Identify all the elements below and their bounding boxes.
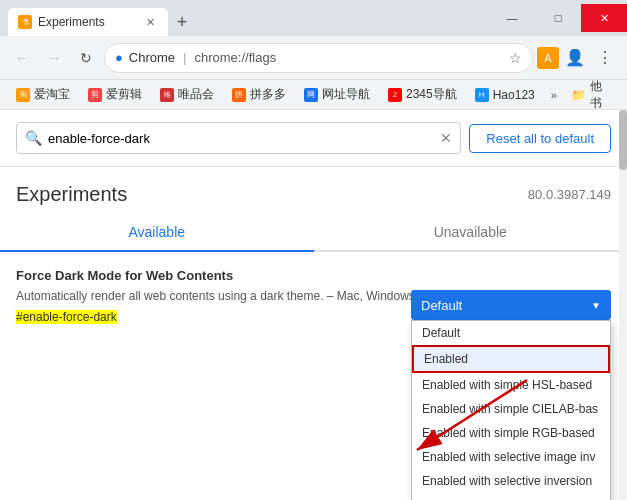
extensions-button[interactable]: A (537, 47, 559, 69)
tab-title: Experiments (38, 15, 105, 29)
dropdown-option-enabled[interactable]: Enabled (412, 345, 610, 373)
bookmark-star-icon[interactable]: ☆ (509, 50, 522, 66)
dropdown-option-selective-inv1[interactable]: Enabled with selective inversion (412, 469, 610, 493)
toolbar-icons: A 👤 ⋮ (537, 44, 619, 72)
scrollbar-thumb[interactable] (619, 110, 627, 170)
reload-button[interactable]: ↻ (72, 44, 100, 72)
tab-favicon: ⚗ (18, 15, 32, 29)
bookmark-label: 2345导航 (406, 86, 457, 103)
bookmark-aijianji[interactable]: 剪 爱剪辑 (80, 83, 150, 106)
bookmark-favicon: 唯 (160, 88, 174, 102)
scrollbar-track (619, 110, 627, 500)
browser-frame: ⚗ Experiments ✕ + — □ ✕ ← → ↻ ● Chrome |… (0, 0, 627, 500)
tab-unavailable[interactable]: Unavailable (314, 214, 628, 250)
dropdown-option-selective-inv2[interactable]: Enabled with selective inversion (412, 493, 610, 500)
bookmark-label: 爱剪辑 (106, 86, 142, 103)
bookmarks-bar: 淘 爱淘宝 剪 爱剪辑 唯 唯品会 拼 拼多多 网 网址导航 2 2345导航 … (0, 80, 627, 110)
experiment-name: Force Dark Mode for Web Contents (16, 268, 611, 283)
omnibox-separator: | (183, 50, 186, 65)
tabs-row: Available Unavailable (0, 214, 627, 252)
bookmark-favicon: 拼 (232, 88, 246, 102)
bookmark-favicon: H (475, 88, 489, 102)
tab-close-button[interactable]: ✕ (142, 14, 158, 30)
page-content: 🔍 ✕ Reset all to default Experiments 80.… (0, 110, 627, 500)
bookmark-label: 爱淘宝 (34, 86, 70, 103)
dropdown-arrow-icon: ▼ (591, 300, 601, 311)
svg-line-0 (417, 380, 527, 450)
search-input-wrap[interactable]: 🔍 ✕ (16, 122, 461, 154)
reset-all-button[interactable]: Reset all to default (469, 124, 611, 153)
bookmark-pinduoduo[interactable]: 拼 拼多多 (224, 83, 294, 106)
bookmark-hao123[interactable]: H Hao123 (467, 85, 543, 105)
search-icon: 🔍 (25, 130, 42, 146)
omnibox-url: chrome://flags (195, 50, 277, 65)
dropdown-trigger-label: Default (421, 298, 462, 313)
experiments-header: Experiments 80.0.3987.149 (0, 167, 627, 206)
bookmark-label: 唯品会 (178, 86, 214, 103)
dropdown-trigger-button[interactable]: Default ▼ (411, 290, 611, 320)
red-arrow-annotation (387, 370, 547, 470)
omnibox[interactable]: ● Chrome | chrome://flags ☆ (104, 43, 533, 73)
search-clear-button[interactable]: ✕ (440, 130, 452, 146)
search-input[interactable] (48, 131, 434, 146)
other-bookmarks-label: 其他书签 (590, 80, 613, 110)
version-label: 80.0.3987.149 (528, 183, 611, 202)
other-bookmarks-folder[interactable]: 📁 其他书签 (565, 80, 619, 110)
secure-icon: ● (115, 50, 123, 65)
profile-button[interactable]: 👤 (561, 44, 589, 72)
close-button[interactable]: ✕ (581, 4, 627, 32)
bookmark-favicon: 剪 (88, 88, 102, 102)
active-tab[interactable]: ⚗ Experiments ✕ (8, 8, 168, 36)
bookmark-vip[interactable]: 唯 唯品会 (152, 83, 222, 106)
bookmark-2345[interactable]: 2 2345导航 (380, 83, 465, 106)
folder-icon: 📁 (571, 88, 586, 102)
minimize-button[interactable]: — (489, 4, 535, 32)
title-bar: ⚗ Experiments ✕ + — □ ✕ (0, 0, 627, 36)
experiment-flag: #enable-force-dark (16, 310, 117, 324)
page-title: Experiments (16, 183, 127, 206)
bookmark-label: 网址导航 (322, 86, 370, 103)
more-bookmarks-button[interactable]: » (545, 86, 563, 104)
maximize-button[interactable]: □ (535, 4, 581, 32)
search-bar: 🔍 ✕ Reset all to default (0, 110, 627, 167)
tab-available[interactable]: Available (0, 214, 314, 250)
bookmark-label: 拼多多 (250, 86, 286, 103)
bookmark-favicon: 网 (304, 88, 318, 102)
back-button[interactable]: ← (8, 44, 36, 72)
bookmark-taobao[interactable]: 淘 爱淘宝 (8, 83, 78, 106)
bookmark-label: Hao123 (493, 88, 535, 102)
bookmark-nav[interactable]: 网 网址导航 (296, 83, 378, 106)
bookmark-favicon: 2 (388, 88, 402, 102)
bookmark-favicon: 淘 (16, 88, 30, 102)
window-controls: — □ ✕ (489, 4, 627, 32)
new-tab-button[interactable]: + (168, 8, 196, 36)
forward-button[interactable]: → (40, 44, 68, 72)
dropdown-option-default[interactable]: Default (412, 321, 610, 345)
address-bar: ← → ↻ ● Chrome | chrome://flags ☆ A 👤 ⋮ (0, 36, 627, 80)
menu-button[interactable]: ⋮ (591, 44, 619, 72)
app-name-label: Chrome (129, 50, 175, 65)
